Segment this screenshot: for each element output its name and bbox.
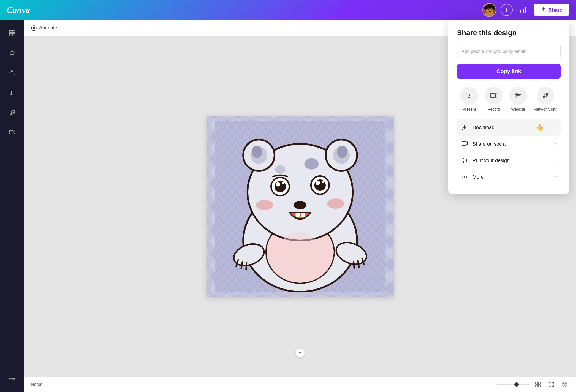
website-icon	[514, 91, 522, 100]
website-icon-circle	[509, 87, 527, 104]
svg-point-67	[462, 176, 463, 178]
link-icon	[541, 91, 550, 100]
svg-point-5	[484, 6, 487, 10]
svg-rect-53	[538, 382, 540, 384]
svg-rect-64	[462, 141, 466, 145]
share-social-label: Share on social	[472, 141, 551, 147]
svg-point-36	[276, 182, 280, 187]
avatar-image	[483, 4, 496, 16]
present-icon-circle	[460, 87, 478, 104]
more-icon	[461, 173, 469, 181]
analytics-icon	[520, 6, 527, 13]
svg-point-40	[316, 181, 320, 185]
svg-point-33	[337, 146, 347, 158]
website-label: Website	[511, 107, 525, 111]
svg-rect-20	[9, 130, 13, 134]
share-panel: Share this design Copy link Present	[448, 20, 569, 194]
zoom-slider[interactable]	[497, 384, 530, 385]
bottom-bar: Notes	[24, 377, 576, 392]
templates-icon	[9, 29, 16, 37]
svg-point-62	[517, 93, 517, 94]
notes-label: Notes	[31, 382, 492, 387]
sidebar-item-video[interactable]	[3, 123, 21, 141]
bear-illustration	[207, 116, 394, 297]
header: Canva +	[0, 0, 576, 20]
scroll-down-button[interactable]: ▼	[296, 349, 305, 357]
svg-rect-14	[12, 30, 15, 33]
upload-icon	[9, 69, 16, 76]
email-input[interactable]	[457, 44, 561, 59]
print-label: Print your design	[472, 158, 551, 164]
sidebar-item-upload[interactable]	[3, 64, 21, 81]
copy-link-button[interactable]: Copy link	[457, 64, 561, 79]
sidebar-item-templates[interactable]	[3, 24, 21, 42]
svg-point-42	[294, 201, 306, 209]
svg-point-6	[492, 6, 496, 10]
share-button[interactable]: Share	[534, 4, 569, 16]
zoom-thumb	[514, 382, 519, 387]
print-icon	[461, 157, 469, 164]
add-people-button[interactable]: +	[501, 4, 513, 16]
svg-point-61	[516, 93, 516, 94]
svg-point-51	[279, 232, 319, 269]
analytics-button[interactable]	[517, 4, 529, 16]
svg-point-57	[564, 386, 565, 386]
share-icon	[541, 7, 546, 13]
svg-point-39	[314, 179, 326, 191]
sidebar-item-audio[interactable]	[3, 104, 21, 121]
share-social-chevron: ›	[555, 141, 557, 147]
help-button[interactable]	[559, 380, 569, 390]
text-icon: T	[9, 89, 16, 96]
svg-point-8	[488, 9, 489, 10]
help-icon	[561, 382, 567, 388]
svg-rect-11	[523, 9, 524, 13]
view-only-link-option[interactable]: View-only link	[534, 87, 557, 111]
sidebar-item-text[interactable]: T	[3, 84, 21, 101]
svg-text:T: T	[10, 90, 13, 96]
animate-icon	[31, 25, 37, 31]
sidebar-more-button[interactable]: •••	[3, 370, 21, 388]
svg-point-37	[282, 182, 284, 184]
svg-rect-52	[536, 382, 538, 384]
record-option[interactable]: Record	[485, 87, 502, 111]
user-avatar[interactable]	[482, 3, 496, 17]
sidebar-item-elements[interactable]	[3, 44, 21, 62]
svg-point-47	[305, 158, 319, 169]
svg-rect-55	[538, 385, 540, 387]
svg-rect-63	[516, 95, 520, 97]
svg-point-35	[275, 181, 286, 192]
print-chevron: ›	[555, 158, 557, 164]
animate-button[interactable]: Animate	[31, 25, 57, 31]
website-option[interactable]: Website	[509, 87, 527, 111]
main-layout: T •••	[0, 20, 576, 392]
svg-point-32	[252, 146, 262, 158]
view-only-link-icon-circle	[537, 87, 554, 104]
view-only-link-label: View-only link	[534, 107, 557, 111]
elements-icon	[9, 49, 16, 56]
animate-label: Animate	[39, 25, 57, 31]
svg-rect-44	[301, 213, 305, 217]
fullscreen-button[interactable]	[546, 380, 556, 390]
grid-view-button[interactable]	[533, 380, 543, 390]
present-label: Present	[463, 107, 476, 111]
svg-rect-13	[9, 30, 12, 33]
print-menu-item[interactable]: Print your design ›	[457, 152, 561, 169]
share-social-icon	[461, 140, 469, 148]
sidebar: T •••	[0, 20, 24, 392]
present-option[interactable]: Present	[460, 87, 478, 111]
svg-point-69	[466, 176, 467, 178]
download-menu-item[interactable]: Download 👆 ›	[457, 119, 561, 136]
record-label: Record	[487, 107, 500, 111]
record-icon	[490, 91, 498, 100]
design-canvas[interactable]	[207, 116, 394, 297]
svg-point-9	[491, 9, 492, 10]
more-menu-item[interactable]: More ›	[457, 169, 561, 185]
share-social-menu-item[interactable]: Share on social ›	[457, 136, 561, 152]
more-chevron: ›	[555, 174, 557, 180]
svg-point-45	[256, 200, 273, 210]
present-icon	[465, 91, 473, 100]
share-icons-row: Present Record	[457, 87, 561, 111]
svg-point-48	[275, 165, 285, 174]
svg-rect-54	[536, 385, 538, 387]
svg-point-41	[322, 181, 324, 183]
